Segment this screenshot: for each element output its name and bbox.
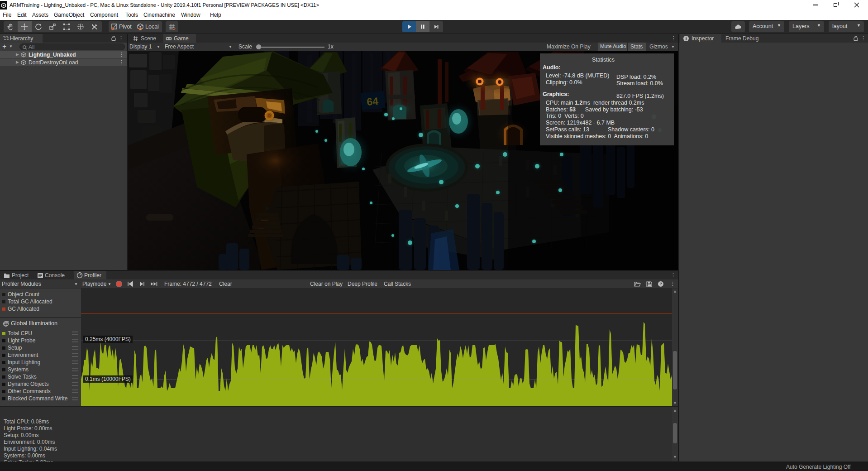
svg-text:64: 64 [366, 95, 379, 108]
svg-text:?: ? [660, 282, 663, 286]
